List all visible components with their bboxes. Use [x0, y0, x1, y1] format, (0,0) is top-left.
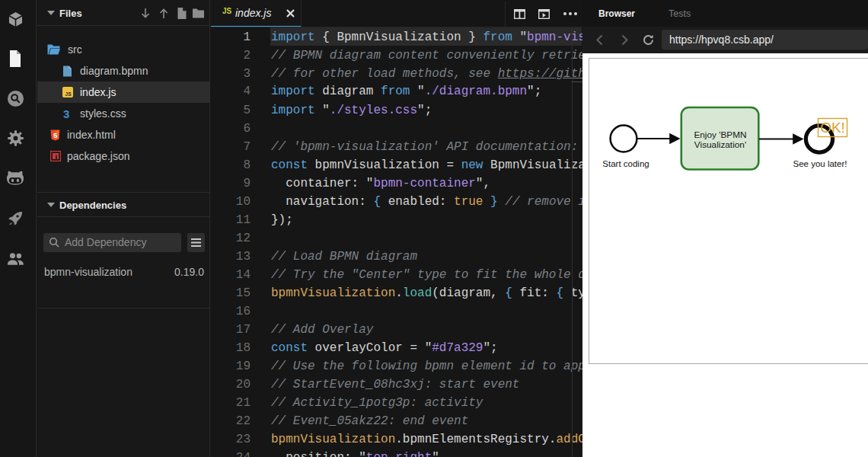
svg-text:Visualization': Visualization'	[694, 139, 746, 150]
svg-text:OK!: OK!	[820, 120, 845, 136]
svg-text:JS: JS	[65, 91, 72, 97]
svg-text:Start coding: Start coding	[602, 159, 649, 168]
svg-text:Enjoy 'BPMN: Enjoy 'BPMN	[694, 129, 746, 140]
svg-text:5: 5	[53, 131, 58, 139]
svg-text:3: 3	[63, 108, 69, 120]
svg-text:See you later!: See you later!	[793, 159, 847, 168]
